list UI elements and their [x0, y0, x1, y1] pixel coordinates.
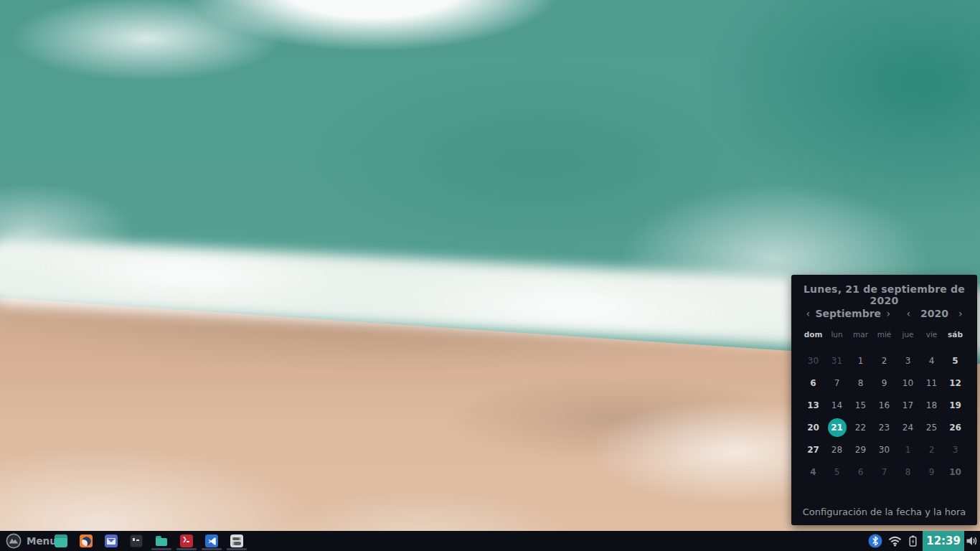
calendar-day[interactable]: 29: [849, 438, 872, 461]
clock[interactable]: 12:39: [923, 531, 964, 551]
calendar-day[interactable]: 6: [849, 461, 872, 483]
prev-month-button[interactable]: ‹: [801, 308, 815, 319]
firefox-launcher[interactable]: [79, 534, 93, 548]
system-tray: 12:39: [868, 531, 980, 551]
calendar-day[interactable]: 12: [943, 372, 967, 394]
month-label: Septiembre: [815, 308, 881, 319]
calendar-day[interactable]: 10: [943, 461, 967, 483]
vscode-icon: [205, 534, 218, 547]
calendar-day[interactable]: 1: [849, 349, 872, 372]
desktop: Lunes, 21 de septiembre de 2020 ‹ Septie…: [0, 0, 980, 551]
prev-year-button[interactable]: ‹: [901, 308, 915, 319]
calendar-weekday-headers: domlunmarmiéjueviesáb: [801, 328, 967, 341]
year-label: 2020: [915, 308, 953, 319]
calendar-day-header: mar: [849, 328, 872, 341]
files-launcher[interactable]: [154, 534, 169, 548]
calendar-day[interactable]: 3: [943, 438, 967, 461]
terminal-launcher[interactable]: [129, 534, 143, 548]
calendar-day-grid: 3031123456789101112131415161718192021222…: [801, 349, 967, 483]
calendar-day[interactable]: 30: [801, 349, 825, 372]
calendar-navigation: ‹ Septiembre › ‹ 2020 ›: [801, 306, 968, 321]
calendar-day[interactable]: 1: [896, 438, 920, 461]
calendar-day[interactable]: 8: [849, 372, 872, 394]
calendar-day[interactable]: 15: [849, 394, 872, 416]
calendar-day[interactable]: 18: [920, 394, 943, 416]
calendar-day[interactable]: 2: [920, 438, 943, 461]
calendar-day[interactable]: 9: [872, 372, 896, 394]
calendar-day[interactable]: 30: [872, 438, 896, 461]
terminal-red-icon: [180, 534, 193, 547]
taskbar: Menu: [0, 531, 980, 551]
calendar-day-header: dom: [801, 328, 825, 341]
calendar-day-header: vie: [920, 328, 943, 341]
calendar-day[interactable]: 16: [872, 394, 896, 416]
calendar-date-title: Lunes, 21 de septiembre de 2020: [791, 283, 977, 306]
mail-launcher[interactable]: [104, 534, 118, 548]
calendar-popup: Lunes, 21 de septiembre de 2020 ‹ Septie…: [791, 275, 977, 525]
calendar-day[interactable]: 31: [825, 349, 849, 372]
calendar-day[interactable]: 14: [825, 394, 849, 416]
calendar-day[interactable]: 4: [801, 461, 825, 483]
vscode-launcher[interactable]: [204, 534, 219, 548]
calendar-day-selected[interactable]: 21: [828, 418, 847, 437]
root-terminal-launcher[interactable]: [179, 534, 194, 548]
next-year-button[interactable]: ›: [953, 308, 968, 319]
calendar-day[interactable]: 5: [825, 461, 849, 483]
files-icon: [155, 534, 168, 547]
calendar-day[interactable]: 2: [872, 349, 896, 372]
calendar-day-header: mié: [872, 328, 896, 341]
calendar-day[interactable]: 28: [825, 438, 849, 461]
notes-launcher[interactable]: [230, 534, 244, 548]
calendar-day-header: lun: [825, 328, 849, 341]
calendar-day[interactable]: 13: [801, 394, 825, 416]
battery-icon[interactable]: [908, 534, 918, 547]
calendar-day[interactable]: 6: [801, 372, 825, 394]
calendar-day[interactable]: 7: [872, 461, 896, 483]
mint-logo-icon: [6, 533, 22, 549]
calendar-day[interactable]: 27: [801, 438, 825, 461]
calendar-day[interactable]: 26: [943, 416, 967, 438]
window-icon: [55, 534, 67, 547]
calendar-day-header: jue: [896, 328, 920, 341]
calendar-day[interactable]: 4: [920, 349, 943, 372]
calendar-day[interactable]: 3: [896, 349, 920, 372]
notes-icon: [230, 534, 243, 547]
calendar-day[interactable]: 19: [943, 394, 967, 416]
bluetooth-icon[interactable]: [868, 534, 882, 548]
calendar-day[interactable]: 25: [920, 416, 943, 438]
mail-icon: [105, 534, 118, 547]
calendar-day[interactable]: 7: [825, 372, 849, 394]
calendar-day[interactable]: 23: [872, 416, 896, 438]
terminal-icon: [130, 534, 143, 547]
calendar-day[interactable]: 24: [896, 416, 920, 438]
volume-icon[interactable]: [966, 535, 979, 547]
show-desktop-launcher[interactable]: [54, 534, 68, 548]
calendar-day[interactable]: 17: [896, 394, 920, 416]
calendar-day-header: sáb: [943, 328, 967, 341]
datetime-settings-link[interactable]: Configuración de la fecha y la hora: [791, 507, 977, 517]
calendar-day[interactable]: 22: [849, 416, 872, 438]
calendar-day[interactable]: 5: [943, 349, 967, 372]
calendar-day[interactable]: 8: [896, 461, 920, 483]
launcher-strip: [54, 531, 244, 551]
next-month-button[interactable]: ›: [881, 308, 895, 319]
calendar-day[interactable]: 10: [896, 372, 920, 394]
menu-label: Menu: [27, 535, 57, 547]
calendar-day[interactable]: 9: [920, 461, 943, 483]
calendar-day[interactable]: 20: [801, 416, 825, 438]
firefox-icon: [80, 534, 93, 547]
calendar-day[interactable]: 11: [920, 372, 943, 394]
wifi-icon[interactable]: [888, 535, 902, 547]
